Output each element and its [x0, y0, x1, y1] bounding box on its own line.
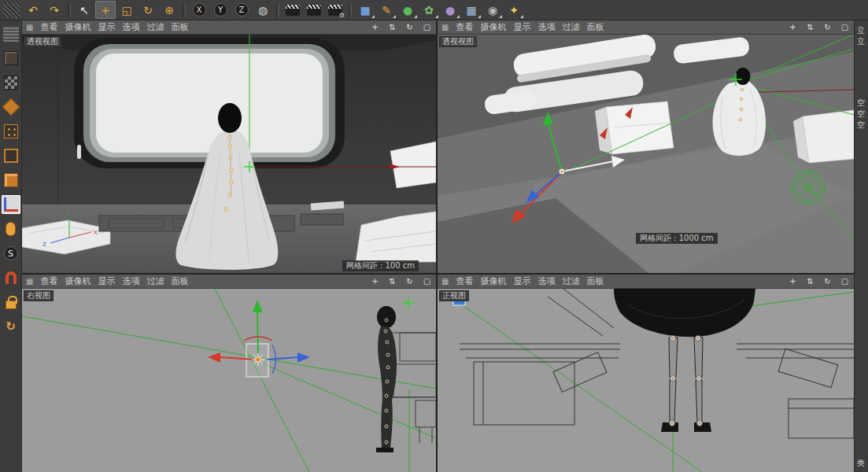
- zoom-view-icon[interactable]: ⇅: [805, 277, 815, 286]
- viewport-menu-display[interactable]: 显示: [513, 275, 530, 287]
- move-tool-icon[interactable]: +: [95, 1, 116, 19]
- viewport-menu-camera[interactable]: 摄像机: [480, 21, 506, 33]
- workplane-mode-icon[interactable]: [2, 98, 20, 116]
- lock-y-axis-icon[interactable]: Y: [210, 1, 231, 19]
- viewport-menu-panel[interactable]: 面板: [171, 275, 188, 287]
- axis-mode-icon[interactable]: [2, 195, 20, 214]
- right-panel-footer: 类: [857, 458, 865, 469]
- rotate-view-icon[interactable]: ↻: [822, 23, 833, 31]
- points-mode-icon[interactable]: [2, 122, 20, 141]
- convert-icon[interactable]: [2, 24, 20, 43]
- light-icon[interactable]: ✦: [504, 1, 524, 19]
- undo-icon[interactable]: ↶: [23, 1, 43, 19]
- texture-mode-icon[interactable]: [2, 73, 20, 92]
- wireframe-sphere[interactable]: [792, 171, 825, 204]
- array-object-icon[interactable]: ✿: [419, 1, 439, 19]
- viewport-menu-options[interactable]: 选项: [122, 21, 139, 33]
- rotate-view-icon[interactable]: ↻: [822, 277, 833, 286]
- viewport-menu-icon[interactable]: ▦: [441, 23, 449, 31]
- viewport-menu-view[interactable]: 查看: [456, 275, 473, 287]
- last-tool-icon[interactable]: ⊕: [159, 1, 179, 19]
- camera-icon[interactable]: ◉: [482, 1, 503, 19]
- object-item[interactable]: 空: [857, 109, 868, 120]
- edges-mode-icon[interactable]: [2, 146, 20, 165]
- zoom-view-icon[interactable]: ⇅: [805, 23, 815, 31]
- viewport-menu-view[interactable]: 查看: [40, 21, 57, 33]
- object-item[interactable]: 空: [857, 98, 868, 109]
- viewport-canvas-perspective-1[interactable]: X Y Z: [22, 35, 436, 273]
- object-item[interactable]: 空: [857, 120, 868, 131]
- viewport-menu-panel[interactable]: 面板: [171, 21, 188, 33]
- window-opening[interactable]: [74, 38, 345, 168]
- object-item[interactable]: 立: [857, 25, 868, 36]
- rotate-view-icon[interactable]: ↻: [404, 277, 415, 286]
- viewport-menu-display[interactable]: 显示: [98, 21, 115, 33]
- white-box-right[interactable]: [793, 110, 854, 163]
- render-view-icon[interactable]: [283, 1, 303, 19]
- select-tool-icon[interactable]: ↖: [74, 1, 94, 19]
- redo-icon[interactable]: ↷: [44, 1, 65, 19]
- viewport-menu-filter[interactable]: 过滤: [146, 275, 164, 287]
- pan-view-icon[interactable]: +: [788, 23, 798, 31]
- viewport-menu-display[interactable]: 显示: [513, 21, 530, 33]
- viewport-menu-options[interactable]: 选项: [537, 21, 555, 33]
- viewport-menu-view[interactable]: 查看: [40, 275, 57, 287]
- metaball-icon-glyph: ●: [445, 5, 455, 16]
- viewport-menu-camera[interactable]: 摄像机: [65, 275, 90, 287]
- edges-mode-icon-shape: [4, 149, 18, 163]
- viewport-canvas-perspective-2[interactable]: 透视视图 网格间距 : 1000 cm: [438, 35, 854, 273]
- zoom-view-icon[interactable]: ⇅: [387, 277, 397, 286]
- viewport-menu-filter[interactable]: 过滤: [146, 21, 164, 33]
- lock-workplane-icon[interactable]: [2, 293, 20, 312]
- quantize-icon[interactable]: ↻: [2, 317, 20, 336]
- model-mode-icon[interactable]: [2, 49, 20, 68]
- figure-head: [218, 103, 242, 133]
- viewport-menu-icon[interactable]: ▦: [441, 277, 449, 286]
- lock-x-axis-icon[interactable]: X: [189, 1, 209, 19]
- viewport-menu-camera[interactable]: 摄像机: [65, 21, 90, 33]
- viewport-menu-filter[interactable]: 过滤: [562, 275, 579, 287]
- viewport-menu-display[interactable]: 显示: [98, 275, 115, 287]
- magnet-snap-icon[interactable]: [2, 268, 20, 287]
- pan-view-icon[interactable]: +: [370, 277, 380, 286]
- viewport-menu-icon[interactable]: ▦: [26, 23, 33, 31]
- viewport-menu-options[interactable]: 选项: [537, 275, 555, 287]
- viewport-menu-panel[interactable]: 面板: [586, 275, 604, 287]
- lock-z-axis-icon[interactable]: Z: [231, 1, 252, 19]
- viewport-menu-view[interactable]: 查看: [456, 21, 473, 33]
- toggle-view-icon[interactable]: ▢: [840, 277, 850, 286]
- app-pattern-icon[interactable]: [2, 1, 22, 19]
- render-settings-icon[interactable]: ⚙: [325, 1, 345, 19]
- tweak-mode-icon[interactable]: [2, 219, 20, 238]
- gear-glyph: ⚙: [339, 13, 345, 19]
- pan-view-icon[interactable]: +: [370, 23, 380, 31]
- scale-tool-icon[interactable]: ◱: [116, 1, 137, 19]
- pan-view-icon[interactable]: +: [788, 277, 798, 286]
- pen-spline-icon[interactable]: ✎: [376, 1, 397, 19]
- toggle-view-icon[interactable]: ▢: [422, 23, 432, 31]
- add-cube-icon[interactable]: ■: [355, 1, 375, 19]
- viewport-menubar: ▦查看摄像机显示选项过滤面板+⇅↻▢: [22, 20, 436, 35]
- object-item[interactable]: 立: [857, 36, 868, 47]
- viewport-menu-icon[interactable]: ▦: [26, 277, 33, 286]
- viewport-menu-panel[interactable]: 面板: [586, 21, 604, 33]
- zoom-view-icon[interactable]: ⇅: [387, 23, 397, 31]
- rotate-tool-icon[interactable]: ↻: [138, 1, 158, 19]
- viewport-menu-options[interactable]: 选项: [122, 275, 139, 287]
- rotate-view-icon[interactable]: ↻: [404, 23, 415, 31]
- subdivision-surface-icon[interactable]: ●: [397, 1, 418, 19]
- snap-mode-icon[interactable]: S: [2, 244, 20, 263]
- quantize-icon-shape: ↻: [6, 319, 16, 334]
- viewport-canvas-front-view[interactable]: 正视图: [438, 289, 854, 472]
- metaball-icon[interactable]: ●: [440, 1, 460, 19]
- viewport-canvas-right-view[interactable]: 右视图: [22, 289, 436, 472]
- environment-icon[interactable]: ▦: [461, 1, 482, 19]
- pen-spline-icon-glyph: ✎: [382, 5, 391, 16]
- viewport-menu-filter[interactable]: 过滤: [562, 21, 579, 33]
- coordinate-system-icon[interactable]: ◍: [253, 1, 273, 19]
- viewport-menu-camera[interactable]: 摄像机: [480, 275, 506, 287]
- toggle-view-icon[interactable]: ▢: [840, 23, 850, 31]
- polygons-mode-icon[interactable]: [2, 171, 20, 190]
- toggle-view-icon[interactable]: ▢: [422, 277, 432, 286]
- render-region-icon[interactable]: [304, 1, 324, 19]
